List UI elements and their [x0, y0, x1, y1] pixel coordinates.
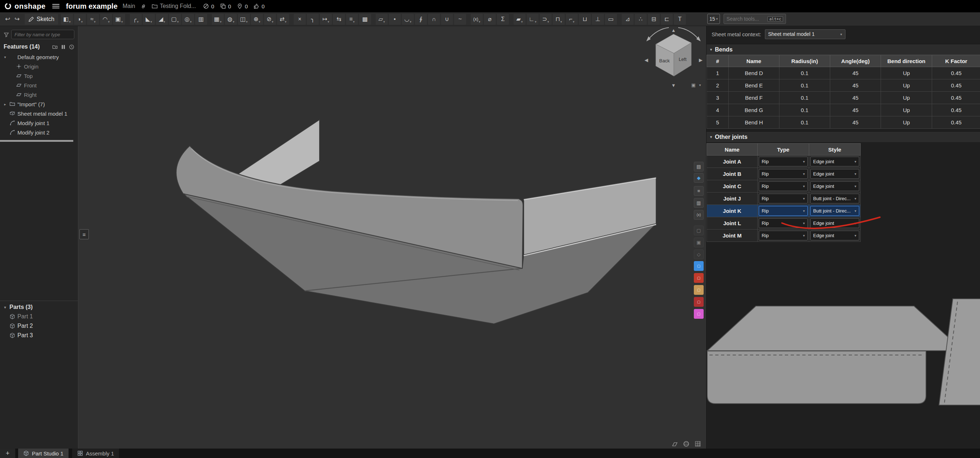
shell-icon[interactable]: ▢▾ — [169, 14, 181, 25]
modify-fillet-icon[interactable]: ╮ — [307, 14, 319, 25]
bend-cell[interactable]: 0.1 — [780, 80, 830, 92]
sheet-metal-context-select[interactable]: Sheet metal model 1 ▾ — [765, 29, 845, 39]
joint-l-style-select[interactable]: Edge joint▾ — [810, 218, 859, 228]
display-states-panel-icon[interactable]: ▥ — [694, 198, 704, 208]
bend-cell[interactable]: Bend D — [729, 67, 780, 80]
bend-row[interactable]: 1Bend D0.145Up0.45 — [707, 67, 980, 80]
bend-cell[interactable]: 3 — [707, 92, 729, 104]
overlapping-squares-counter[interactable]: 0 — [220, 3, 231, 10]
delete-part-icon[interactable]: × — [294, 14, 306, 25]
bend-cell[interactable]: 0.1 — [780, 92, 830, 104]
custom-panel-3-icon[interactable]: ◇ — [694, 250, 704, 259]
custom-table-tan-icon[interactable]: ▢ — [694, 285, 704, 295]
thicken-icon[interactable]: ▣▾ — [113, 14, 125, 25]
joint-name-cell[interactable]: Joint M — [707, 229, 758, 242]
gusset-icon[interactable]: ⊿ — [622, 14, 634, 25]
variable-icon[interactable]: (x)▾ — [471, 14, 483, 25]
custom-panel-1-icon[interactable]: ▢ — [694, 226, 704, 235]
sketch-button[interactable]: Sketch — [25, 14, 58, 25]
bend-cell[interactable]: 45 — [830, 67, 881, 80]
feature-tree-item[interactable]: Sheet metal model 1 — [0, 109, 78, 118]
feature-tree-item[interactable]: Right — [0, 90, 78, 99]
flat-pattern-side-face[interactable] — [939, 299, 980, 405]
sheet-metal-corner-icon[interactable]: ⌐▾ — [566, 14, 578, 25]
rib-icon[interactable]: ▥ — [195, 14, 207, 25]
new-folder-icon[interactable] — [52, 44, 58, 50]
tab-icon[interactable]: ⊓▾ — [553, 14, 565, 25]
custom-panel-2-icon[interactable]: ▣ — [694, 237, 704, 247]
joint-b-type-select[interactable]: Rip▾ — [759, 169, 808, 179]
bend-cell[interactable]: 0.1 — [780, 67, 830, 80]
bend-cell[interactable]: Up — [881, 104, 932, 116]
joint-k-style-select[interactable]: Butt joint - Direc...▾ — [810, 206, 859, 216]
share-link-icon[interactable] — [140, 3, 146, 10]
bend-cell[interactable]: 0.1 — [780, 104, 830, 116]
search-tools-input[interactable] — [727, 16, 765, 22]
text-tool-icon[interactable]: T — [674, 14, 686, 25]
tab-part-studio-1[interactable]: Part Studio 1 — [18, 448, 68, 458]
rotate-left-arc-icon[interactable] — [649, 27, 669, 39]
helix-icon[interactable]: ∮ — [415, 14, 427, 25]
bend-cell[interactable]: Up — [881, 67, 932, 80]
linear-pattern-icon[interactable]: ▦▾ — [212, 14, 224, 25]
thumbs-up-counter[interactable]: 0 — [253, 3, 264, 10]
plane-icon[interactable]: ▱▾ — [376, 14, 388, 25]
bend-cell[interactable]: 0.45 — [932, 67, 980, 80]
chevron-down-icon[interactable]: ▾ — [699, 83, 701, 87]
redo-button[interactable]: ↪ — [12, 14, 22, 25]
move-face-icon[interactable]: ↦▾ — [320, 14, 332, 25]
insert-version-button[interactable]: 15 ▾ — [707, 14, 720, 24]
draft-icon[interactable]: ◢▾ — [156, 14, 168, 25]
flat-pattern-main-face[interactable] — [707, 306, 963, 351]
model-canvas[interactable]: Back Left ▲ ▼ ◀ ▶ ▣ ▾ — [78, 26, 706, 448]
bend-row[interactable]: 5Bend H0.145Up0.45 — [707, 116, 980, 129]
flat-view-icon[interactable] — [671, 441, 678, 447]
joint-name-cell[interactable]: Joint L — [707, 217, 758, 229]
feature-tree-item[interactable]: Modify joint 1 — [0, 118, 78, 128]
part-list-item[interactable]: Part 1 — [0, 312, 78, 321]
extract-icon[interactable]: ⊟ — [648, 14, 660, 25]
render-panel-icon[interactable]: ◆ — [694, 173, 704, 183]
weld-icon[interactable]: ∴ — [635, 14, 647, 25]
parts-header-row[interactable]: ▾ Parts (3) — [0, 302, 78, 312]
joint-row[interactable]: Joint MRip▾Edge joint▾ — [707, 229, 861, 242]
variables-panel-icon[interactable]: (x) — [694, 210, 704, 220]
bend-cell[interactable]: 2 — [707, 80, 729, 92]
custom-table-pink-icon[interactable]: ▢ — [694, 309, 704, 319]
feature-tree-item[interactable]: Top — [0, 71, 78, 81]
joint-a-type-select[interactable]: Rip▾ — [759, 157, 808, 167]
bend-relief-icon[interactable]: ⊔ — [579, 14, 591, 25]
bend-row[interactable]: 4Bend G0.145Up0.45 — [707, 104, 980, 116]
projected-curve-icon[interactable]: ∩ — [428, 14, 440, 25]
extrude-icon[interactable]: ◧▾ — [61, 14, 73, 25]
bend-cell[interactable]: 0.45 — [932, 80, 980, 92]
joint-a-style-select[interactable]: Edge joint▾ — [810, 157, 859, 167]
feature-tree-item[interactable]: Front — [0, 81, 78, 90]
measure-icon[interactable]: ⌀ — [484, 14, 496, 25]
feature-list-flyout-button[interactable]: ≡ — [80, 229, 89, 239]
split-icon[interactable]: ⊘▾ — [264, 14, 276, 25]
bend-row[interactable]: 3Bend F0.145Up0.45 — [707, 92, 980, 104]
replace-face-icon[interactable]: ⇆ — [333, 14, 345, 25]
joint-j-type-select[interactable]: Rip▾ — [759, 194, 808, 204]
joint-k-type-select[interactable]: Rip▾ — [759, 206, 808, 216]
bend-cell[interactable]: 1 — [707, 67, 729, 80]
flange-icon[interactable]: ∟▾ — [527, 14, 539, 25]
boolean-icon[interactable]: ⊕▾ — [251, 14, 263, 25]
sheet-metal-model-icon[interactable]: ▰▾ — [514, 14, 525, 25]
hamburger-menu-icon[interactable] — [52, 4, 59, 8]
joint-l-type-select[interactable]: Rip▾ — [759, 218, 808, 228]
rotate-up-arrow-icon[interactable]: ▲ — [671, 27, 676, 33]
3d-viewport[interactable]: Back Left ▲ ▼ ◀ ▶ ▣ ▾ ≡ ▤◆≡▥(x)▢▣◇▢▢▢▢▢ — [78, 26, 706, 448]
custom-table-darkred-icon[interactable]: ▢ — [694, 297, 704, 307]
rotate-down-arrow-icon[interactable]: ▼ — [671, 83, 676, 88]
bend-cell[interactable]: 45 — [830, 92, 881, 104]
grid-toggle-icon[interactable] — [695, 441, 701, 447]
joint-row[interactable]: Joint LRip▾Edge joint▾ — [707, 217, 861, 229]
suppress-pause-icon[interactable] — [61, 44, 66, 50]
custom-table-red-icon[interactable]: ▢ — [694, 273, 704, 283]
flat-pattern-flange-face[interactable] — [707, 351, 926, 404]
feature-tree-item[interactable]: Origin — [0, 62, 78, 71]
sweep-icon[interactable]: ≈▾ — [87, 14, 99, 25]
part-list-item[interactable]: Part 2 — [0, 321, 78, 331]
